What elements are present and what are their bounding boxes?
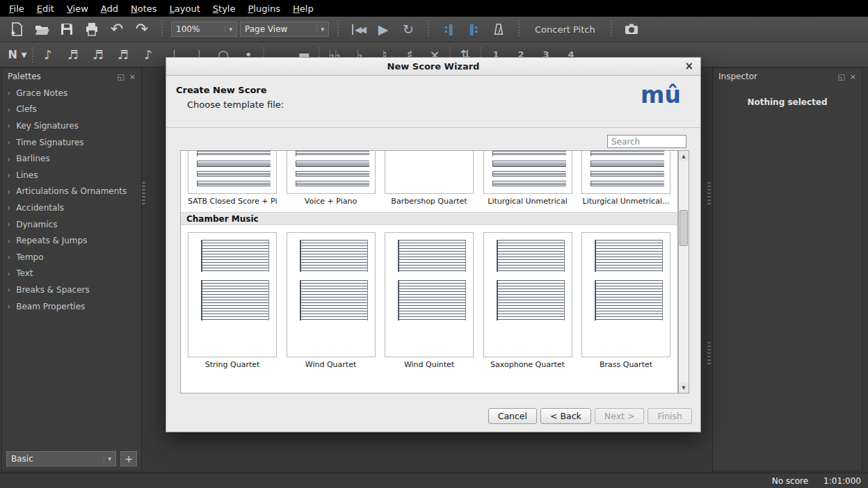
palette-item[interactable]: › Beam Properties <box>2 298 141 315</box>
chevron-right-icon: › <box>7 104 10 115</box>
dialog-close-button[interactable]: × <box>684 60 693 72</box>
template-card[interactable]: Barbershop Quartet <box>385 151 474 206</box>
splitter-handle[interactable] <box>707 342 711 366</box>
palette-item[interactable]: › Dynamics <box>2 216 141 233</box>
template-scrollbar[interactable]: ▲ ▼ <box>678 150 689 393</box>
view-mode-select[interactable]: Page View ▾ <box>240 22 329 37</box>
loop-playback-button[interactable]: ↻ <box>397 19 419 40</box>
palette-list: › Grace Notes › Clefs › Key Signatures ›… <box>2 85 141 314</box>
concert-pitch-button[interactable]: Concert Pitch <box>528 24 602 35</box>
open-file-button[interactable] <box>31 19 53 40</box>
palette-item-label: Time Signatures <box>16 138 83 147</box>
inspector-header: Inspector ◱ × <box>713 68 862 85</box>
next-button[interactable]: Next > <box>595 408 645 424</box>
palette-item[interactable]: › Barlines <box>2 150 141 167</box>
palette-item[interactable]: › Tempo <box>2 249 141 266</box>
new-score-button[interactable] <box>6 19 28 40</box>
menu-item[interactable]: Add <box>95 1 124 16</box>
splitter-handle[interactable] <box>707 182 711 206</box>
palette-item[interactable]: › Lines <box>2 167 141 184</box>
template-card[interactable]: Brass Quartet <box>581 232 670 369</box>
note-glyph: ♪ <box>144 47 152 62</box>
float-panel-icon[interactable]: ◱ <box>837 73 844 81</box>
template-card[interactable]: String Quartet <box>188 232 277 369</box>
workspace-select[interactable]: Basic ▾ <box>6 451 116 466</box>
undo-button[interactable]: ↶ <box>106 19 128 40</box>
template-card[interactable]: Liturgical Unmetrical <box>483 151 572 206</box>
chevron-down-icon: ▾ <box>104 455 111 462</box>
note-input-icon[interactable]: N ▾ <box>7 44 28 65</box>
back-button[interactable]: < Back <box>540 408 591 424</box>
template-card[interactable]: Wind Quartet <box>287 232 376 369</box>
menu-item[interactable]: Style <box>207 1 242 16</box>
note-64th-icon[interactable]: ♬ <box>63 44 83 65</box>
close-panel-icon[interactable]: × <box>850 73 856 81</box>
separator[interactable] <box>32 47 33 63</box>
palette-item[interactable]: › Grace Notes <box>2 85 141 101</box>
chevron-right-icon: › <box>7 170 10 180</box>
template-list-viewport: SATB Closed Score + Piano Voice + Piano … <box>180 150 678 393</box>
scrollbar-thumb[interactable] <box>680 210 688 246</box>
inspector-title: Inspector <box>718 72 833 81</box>
printer-icon <box>84 22 99 37</box>
palette-item[interactable]: › Time Signatures <box>2 134 141 151</box>
redo-button[interactable]: ↷ <box>131 19 153 40</box>
template-card[interactable]: Voice + Piano <box>287 151 376 206</box>
play-repeats-button[interactable]: :‖ <box>437 19 460 40</box>
print-button[interactable] <box>81 19 103 40</box>
palette-item[interactable]: › Articulations & Ornaments <box>2 184 141 200</box>
note-16th-icon[interactable]: ♬ <box>113 44 134 65</box>
note-32nd-icon[interactable]: ♬ <box>88 44 108 65</box>
main-toolbar: ↶ ↷ 100% ▾ Page View ▾ ◀◀ ▶ ↻ :‖ ‖: Conc… <box>0 17 868 42</box>
menu-item[interactable]: View <box>61 1 95 16</box>
template-search-input[interactable] <box>607 135 686 148</box>
chevron-right-icon: › <box>7 120 10 131</box>
menu-item[interactable]: Help <box>287 1 320 16</box>
save-button[interactable] <box>56 19 78 40</box>
palette-item-label: Repeats & Jumps <box>16 236 87 245</box>
cancel-button[interactable]: Cancel <box>488 408 537 424</box>
palette-item[interactable]: › Accidentals <box>2 200 141 216</box>
scroll-up-button[interactable]: ▲ <box>679 151 689 161</box>
template-label: Barbershop Quartet <box>385 197 474 206</box>
rewind-button[interactable]: ◀◀ <box>347 19 369 40</box>
template-card[interactable]: Wind Quintet <box>385 232 474 369</box>
palette-item[interactable]: › Breaks & Spacers <box>2 282 141 298</box>
dialog-titlebar[interactable]: New Score Wizard × <box>166 58 700 76</box>
scroll-down-button[interactable]: ▼ <box>679 382 689 393</box>
playback-position: 1:01:000 <box>823 476 861 486</box>
close-panel-icon[interactable]: × <box>129 73 136 81</box>
palette-item[interactable]: › Clefs <box>2 101 141 118</box>
template-thumbnail <box>287 232 376 357</box>
chevron-right-icon: › <box>7 219 10 229</box>
add-workspace-button[interactable]: + <box>120 451 137 466</box>
floppy-disk-icon <box>59 22 74 37</box>
palette-item[interactable]: › Text <box>2 266 141 282</box>
play-button[interactable]: ▶ <box>372 19 394 40</box>
template-card[interactable]: SATB Closed Score + Piano <box>188 151 277 206</box>
pan-score-button[interactable]: ‖: <box>463 19 485 40</box>
template-thumbnail <box>287 151 376 194</box>
template-label: SATB Closed Score + Piano <box>188 197 277 206</box>
template-thumbnail <box>188 151 277 194</box>
screenshot-button[interactable] <box>620 19 643 40</box>
menu-item[interactable]: Notes <box>124 1 163 16</box>
menu-item[interactable]: Layout <box>163 1 207 16</box>
float-panel-icon[interactable]: ◱ <box>117 73 124 81</box>
palette-item[interactable]: › Repeats & Jumps <box>2 232 141 249</box>
menu-item[interactable]: File <box>3 1 31 16</box>
template-card[interactable]: Saxophone Quartet <box>483 232 572 369</box>
palette-item[interactable]: › Key Signatures <box>2 117 141 134</box>
menu-item[interactable]: Plugins <box>241 1 287 16</box>
note-glyph: ♬ <box>118 47 129 62</box>
finish-button[interactable]: Finish <box>648 408 692 424</box>
note-8th-icon[interactable]: ♪ <box>138 44 159 65</box>
zoom-select[interactable]: 100% ▾ <box>171 22 237 37</box>
chevron-right-icon: › <box>7 268 10 279</box>
splitter-handle[interactable] <box>142 182 145 206</box>
menu-item[interactable]: Edit <box>31 1 61 16</box>
template-card[interactable]: Liturgical Unmetrical... <box>581 151 670 206</box>
grace-note-icon[interactable]: ♪ <box>38 44 58 65</box>
metronome-button[interactable] <box>488 19 510 40</box>
palette-item-label: Clefs <box>16 104 37 114</box>
